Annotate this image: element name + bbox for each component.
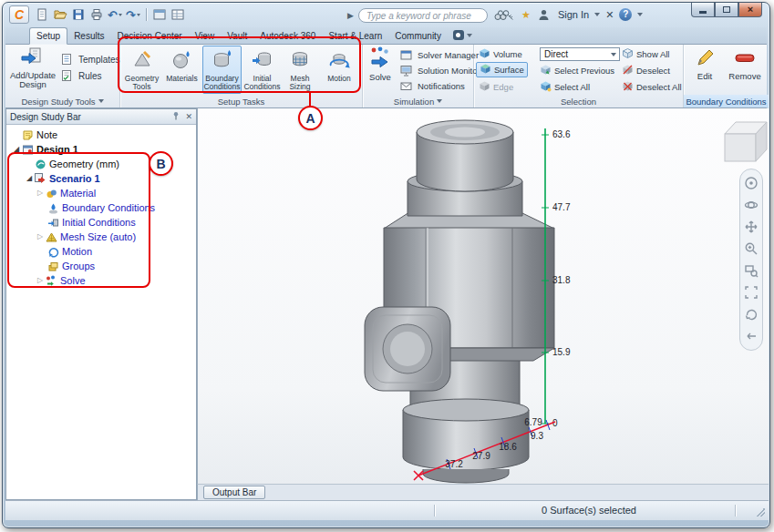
solve-button[interactable]: Solve <box>364 46 397 82</box>
feedback-icon <box>453 30 464 40</box>
pin-icon[interactable] <box>171 111 181 122</box>
pan-icon[interactable] <box>744 220 759 234</box>
select-edge-toggle[interactable]: Edge <box>479 80 513 94</box>
sign-in-caret-icon[interactable] <box>594 13 600 16</box>
tab-setup[interactable]: Setup <box>29 27 67 45</box>
show-all-label: Show All <box>636 49 669 59</box>
status-separator <box>434 505 435 517</box>
close-panel-icon[interactable]: ✕ <box>185 113 192 121</box>
selection-mode-value: Direct <box>544 49 568 59</box>
view-cube[interactable] <box>725 122 767 161</box>
design-study-bar-header[interactable]: Design Study Bar ✕ <box>6 109 196 125</box>
solution-monitor-button[interactable]: Solution Monitor <box>399 64 480 77</box>
show-all-button[interactable]: Show All <box>622 47 669 61</box>
favorites-star-icon[interactable]: ★ <box>521 10 531 20</box>
sign-in-button[interactable]: Sign In <box>558 9 589 20</box>
zoom-window-icon[interactable] <box>744 263 759 278</box>
select-all-label: Select All <box>554 82 590 92</box>
new-document-icon[interactable] <box>34 6 50 23</box>
scene-canvas: 63.6 47.7 31.8 15.9 0 37.2 27.9 18.6 9.3… <box>198 108 769 484</box>
minimize-icon <box>699 11 707 14</box>
app-menu-button[interactable]: C <box>9 5 29 24</box>
undo-icon[interactable]: ↶ <box>107 6 123 23</box>
select-previous-icon <box>540 64 552 77</box>
ruler-label: 47.7 <box>552 202 571 212</box>
note-icon <box>21 128 34 141</box>
notifications-label: Notifications <box>418 81 465 91</box>
status-bar: 0 Surface(s) selected <box>5 500 769 520</box>
print-icon[interactable] <box>88 6 105 23</box>
tab-community[interactable]: Community <box>388 28 448 44</box>
group-label-simulation[interactable]: Simulation <box>363 95 473 107</box>
deselect-button[interactable]: Deselect <box>622 64 670 77</box>
measure-label: 9.3 <box>531 431 543 441</box>
group-label-design-study-tools[interactable]: Design Study Tools <box>5 95 119 107</box>
output-bar-button[interactable]: Output Bar <box>203 486 265 499</box>
ribbon-overflow[interactable] <box>453 30 472 44</box>
deselect-all-button[interactable]: Deselect All <box>622 80 682 94</box>
title-bar: C ↶ ↷ ▶ ★ Sign In ✕ ? <box>3 3 769 27</box>
orbit-icon[interactable] <box>744 198 759 212</box>
edge-label: Edge <box>493 82 513 92</box>
solver-manager-button[interactable]: Solver Manager <box>399 48 479 61</box>
rules-button[interactable]: Rules <box>60 69 102 82</box>
fit-view-icon[interactable] <box>744 285 759 300</box>
steering-wheel-icon[interactable] <box>744 176 759 190</box>
maximize-button[interactable] <box>715 3 738 17</box>
infocenter: ▶ <box>347 7 509 24</box>
model-3d-valve-body[interactable] <box>365 120 554 483</box>
ruler-label: 15.9 <box>552 347 571 357</box>
ruler-label: 63.6 <box>552 129 571 139</box>
remove-label: Remove <box>728 72 760 81</box>
select-volume-toggle[interactable]: Volume <box>479 47 522 61</box>
exchange-apps-icon[interactable]: ✕ <box>605 10 614 20</box>
annotation-b-callout: B <box>149 151 173 176</box>
chevron-down-icon <box>437 99 442 103</box>
select-surface-toggle[interactable]: Surface <box>476 62 528 77</box>
notifications-envelope-icon <box>399 79 412 92</box>
infocenter-expand-icon[interactable]: ▶ <box>347 11 354 20</box>
chevron-down-icon <box>98 99 104 103</box>
person-icon[interactable] <box>536 6 552 23</box>
zoom-icon[interactable] <box>744 241 759 256</box>
edit-button[interactable]: Edit <box>689 46 720 81</box>
notifications-button[interactable]: Notifications <box>399 79 465 92</box>
window-controls: × <box>691 3 762 17</box>
measure-label: 27.9 <box>472 451 490 461</box>
minimize-button[interactable] <box>691 3 715 17</box>
maximize-icon <box>723 6 730 13</box>
tab-results[interactable]: Results <box>67 28 110 44</box>
close-icon: × <box>748 5 753 15</box>
resize-grip[interactable] <box>756 507 765 517</box>
redo-icon[interactable]: ↷ <box>125 6 141 23</box>
quick-access-toolbar: ↶ ↷ <box>34 6 186 23</box>
help-icon[interactable]: ? <box>619 8 632 21</box>
grid-view-icon[interactable] <box>170 6 186 23</box>
volume-cube-icon <box>479 47 490 61</box>
previous-view-icon[interactable] <box>744 329 759 343</box>
select-all-button[interactable]: Select All <box>540 80 590 94</box>
templates-button[interactable]: Templates <box>60 53 120 66</box>
tree-item-note[interactable]: Note <box>6 128 196 142</box>
select-previous-button[interactable]: Select Previous <box>540 64 614 77</box>
open-icon[interactable] <box>52 6 68 23</box>
edit-pencil-icon <box>694 46 716 70</box>
group-design-study-tools: Add/Update Design Templates Rules Design… <box>5 45 120 107</box>
model-viewport[interactable]: 63.6 47.7 31.8 15.9 0 37.2 27.9 18.6 9.3… <box>197 108 769 484</box>
add-update-design-button[interactable]: Add/Update Design <box>7 46 58 89</box>
search-input[interactable] <box>358 8 488 23</box>
selection-mode-dropdown[interactable]: Direct <box>540 47 620 61</box>
templates-icon <box>60 53 73 66</box>
view-navigation-toolbar <box>739 169 763 351</box>
subscription-key-icon[interactable] <box>500 6 516 23</box>
close-button[interactable]: × <box>738 3 762 17</box>
solve-icon <box>368 46 392 71</box>
remove-button[interactable]: Remove <box>724 46 766 81</box>
help-caret-icon[interactable] <box>637 13 643 16</box>
remove-icon <box>734 46 756 70</box>
solution-monitor-icon <box>399 64 412 77</box>
save-icon[interactable] <box>70 6 87 23</box>
window-layout-icon[interactable] <box>151 6 168 23</box>
volume-label: Volume <box>493 49 522 59</box>
rotate-view-icon[interactable] <box>744 307 759 322</box>
